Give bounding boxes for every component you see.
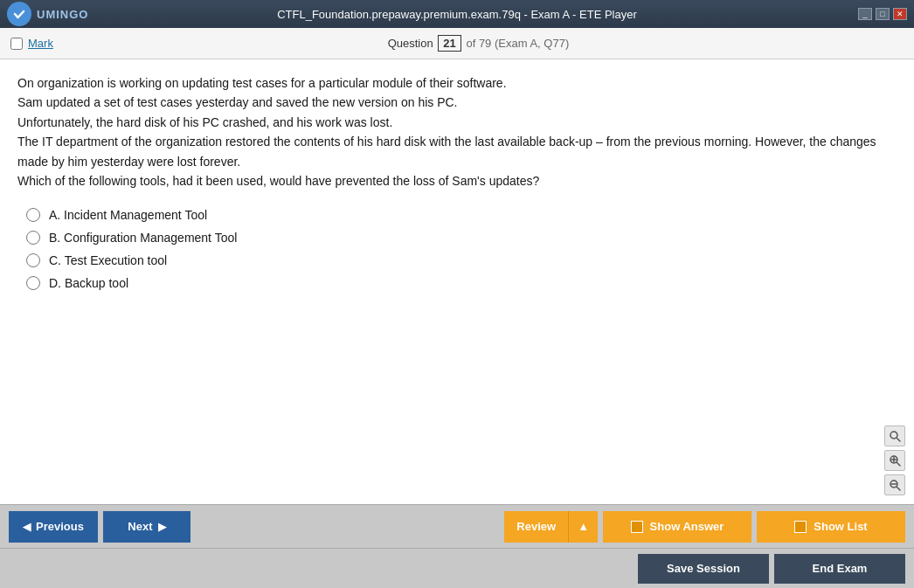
content-area: On organization is working on updating t…: [0, 59, 914, 504]
search-button[interactable]: [884, 425, 905, 446]
option-c-radio[interactable]: [26, 253, 40, 267]
logo-icon: [7, 2, 31, 26]
zoom-out-button[interactable]: [884, 474, 905, 495]
save-session-label: Save Session: [667, 562, 740, 575]
question-line2: Sam updated a set of test cases yesterda…: [17, 95, 458, 109]
title-bar: UMINGO CTFL_Foundation.prepaway.premium.…: [0, 0, 914, 28]
logo-area: UMINGO: [7, 2, 88, 26]
bottom-toolbar2: Save Session End Exam: [0, 548, 914, 588]
show-answer-checkbox-icon: [631, 521, 643, 533]
end-exam-label: End Exam: [813, 562, 868, 575]
option-a-label: A. Incident Management Tool: [49, 208, 207, 222]
question-label: Question: [388, 37, 433, 50]
option-d-radio[interactable]: [26, 276, 40, 290]
mark-checkbox[interactable]: [10, 38, 23, 50]
svg-line-6: [897, 463, 901, 467]
header-bar: Mark Question 21 of 79 (Exam A, Q77): [0, 28, 914, 59]
show-answer-button[interactable]: Show Answer: [603, 511, 751, 543]
question-info: Question 21 of 79 (Exam A, Q77): [388, 37, 570, 50]
previous-button[interactable]: ◀ Previous: [9, 511, 98, 543]
question-meta: of 79 (Exam A, Q77): [466, 37, 569, 50]
question-line1: On organization is working on updating t…: [17, 76, 507, 90]
zoom-controls: [884, 425, 905, 495]
previous-arrow-icon: ◀: [23, 521, 31, 533]
question-number: 21: [438, 35, 460, 52]
mark-area[interactable]: Mark: [10, 37, 53, 50]
mark-link[interactable]: Mark: [28, 37, 53, 50]
next-arrow-icon: ▶: [158, 521, 166, 533]
review-button[interactable]: Review: [504, 511, 568, 543]
show-list-checkbox-icon: [794, 521, 807, 533]
save-session-button[interactable]: Save Session: [638, 554, 769, 584]
bottom-toolbar: ◀ Previous Next ▶ Review ▲ Show Answer S…: [0, 504, 914, 548]
show-list-label: Show List: [814, 520, 867, 533]
window-title: CTFL_Foundation.prepaway.premium.exam.79…: [277, 8, 637, 21]
review-group: Review ▲: [504, 511, 598, 543]
zoom-in-button[interactable]: [884, 450, 905, 471]
logo-text: UMINGO: [37, 8, 88, 21]
option-d-label: D. Backup tool: [49, 276, 128, 290]
question-line3: Unfortunately, the hard disk of his PC c…: [17, 115, 392, 129]
previous-label: Previous: [36, 520, 84, 533]
next-button[interactable]: Next ▶: [103, 511, 190, 543]
option-b-radio[interactable]: [26, 231, 40, 245]
minimize-button[interactable]: _: [858, 8, 872, 20]
end-exam-button[interactable]: End Exam: [774, 554, 905, 584]
close-button[interactable]: ✕: [893, 8, 907, 20]
option-b-label: B. Configuration Management Tool: [49, 231, 237, 245]
review-label: Review: [516, 520, 556, 533]
options-list: A. Incident Management Tool B. Configura…: [26, 208, 897, 290]
svg-point-1: [890, 432, 897, 439]
show-answer-label: Show Answer: [650, 520, 724, 533]
option-c[interactable]: C. Test Execution tool: [26, 253, 897, 267]
review-dropdown-button[interactable]: ▲: [568, 511, 598, 543]
svg-line-2: [897, 439, 901, 442]
option-d[interactable]: D. Backup tool: [26, 276, 897, 290]
option-a[interactable]: A. Incident Management Tool: [26, 208, 897, 222]
restore-button[interactable]: □: [876, 8, 890, 20]
next-label: Next: [128, 520, 152, 533]
option-a-radio[interactable]: [26, 208, 40, 222]
option-b[interactable]: B. Configuration Management Tool: [26, 231, 897, 245]
question-text: On organization is working on updating t…: [17, 73, 897, 190]
option-c-label: C. Test Execution tool: [49, 253, 167, 267]
window-controls[interactable]: _ □ ✕: [858, 8, 907, 20]
question-line5: Which of the following tools, had it bee…: [17, 174, 539, 188]
question-line4: The IT department of the organization re…: [17, 135, 876, 168]
show-list-button[interactable]: Show List: [757, 511, 905, 543]
svg-line-9: [897, 488, 901, 491]
